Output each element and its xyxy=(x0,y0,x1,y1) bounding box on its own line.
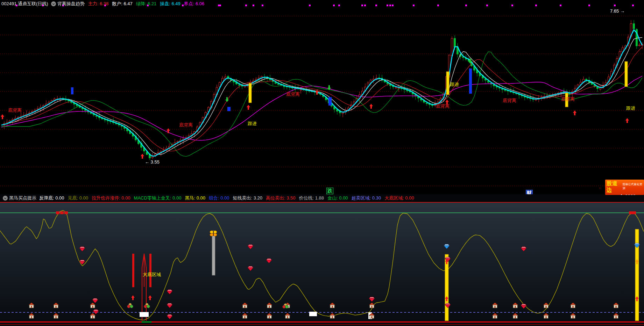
house-icon xyxy=(512,313,518,318)
sub-buy-arrow xyxy=(131,295,135,300)
buy-arrow xyxy=(625,118,629,123)
candle-body xyxy=(586,79,587,80)
sub-value-1: 见底: 0.00 xyxy=(68,195,89,201)
sub-buy-arrow xyxy=(148,295,152,300)
candle-body xyxy=(633,24,635,29)
chart-annotation: 底背离 xyxy=(436,103,450,109)
ma-green xyxy=(1,52,642,157)
main-indicator-name[interactable]: 背离操盘趋势 xyxy=(57,1,85,7)
candle-body xyxy=(639,45,641,46)
house-icon xyxy=(369,303,375,308)
sub-annotation: 大底区域 xyxy=(143,272,161,277)
watermark-dots: .. xyxy=(599,184,601,189)
gem-icon xyxy=(266,259,272,263)
house-icon xyxy=(543,313,549,318)
house-icon xyxy=(267,313,272,318)
chart-annotation: 底背离 xyxy=(503,98,516,103)
gem-icon xyxy=(79,247,85,251)
gem-icon xyxy=(167,290,172,294)
chart-annotation: 底背离 xyxy=(561,96,575,102)
chart-annotation: 底背离 xyxy=(8,108,22,113)
gem-icon xyxy=(167,303,172,308)
house-icon xyxy=(330,313,335,318)
gem-icon xyxy=(92,298,98,303)
house-icon xyxy=(242,303,248,308)
gem-icon xyxy=(521,247,526,251)
white-block xyxy=(140,312,149,317)
bottom-line-2 xyxy=(0,324,644,325)
price-label: ← 3.55 xyxy=(145,159,160,165)
title-bar: 002491 通鼎互联(日线) 背离操盘趋势 主力: 6.38散户: 6.47绿… xyxy=(0,0,644,8)
sub-value-5: 组合: 0.00 xyxy=(209,195,229,201)
candle-body xyxy=(239,85,240,85)
gem-icon xyxy=(634,243,640,248)
candle-body xyxy=(283,86,285,87)
signal-bar-blue xyxy=(227,107,231,111)
red-signal-bar xyxy=(149,254,151,287)
signal-bar-yellow xyxy=(625,61,628,87)
house-icon xyxy=(29,303,34,308)
watermark-brand: 股道边 xyxy=(607,180,622,194)
bottom-line xyxy=(0,321,644,323)
trading-app-window: 底背离底背离底背离底背离底背离底背离跟进跟进跟进7.65 →← 3.55 大底区… xyxy=(0,0,644,326)
buy-arrow xyxy=(315,90,319,95)
top-line-marker xyxy=(632,211,636,214)
house-icon xyxy=(492,313,498,318)
top-line-marker xyxy=(56,211,59,214)
sub-value-7: 高位卖出: 3.50 xyxy=(266,195,296,201)
candle-body xyxy=(225,77,226,79)
red-signal-bar xyxy=(132,254,134,287)
house-icon xyxy=(492,303,498,308)
sub-chart-canvas[interactable]: 大底区域 xyxy=(0,203,644,326)
main-chart-pane[interactable]: 底背离底背离底背离底背离底背离底背离跟进跟进跟进7.65 →← 3.55 xyxy=(0,0,644,194)
sub-indicator-values: 反弹底: 0.00见底: 0.00拉升也许涨停: 0.00MACD零轴上金叉: … xyxy=(39,195,418,201)
die-badge: 跌 xyxy=(326,188,333,194)
gem-icon xyxy=(93,310,99,314)
signal-bar-yellow xyxy=(249,83,252,103)
house-icon xyxy=(285,313,290,318)
house-icon xyxy=(613,303,619,308)
ma-red xyxy=(1,47,642,151)
sub-value-8: 价位线: 1.88 xyxy=(299,195,324,201)
buy-arrow xyxy=(369,104,373,109)
sub-value-6: 短线卖出: 3.20 xyxy=(233,195,262,201)
white-block xyxy=(309,312,317,316)
sub-value-0: 反弹底: 0.00 xyxy=(39,195,64,201)
watermark-ad: 股道边 指标公式量化资源 www.de6688.com xyxy=(605,180,644,195)
candle-body xyxy=(300,89,302,90)
main-chart-canvas[interactable]: 底背离底背离底背离底背离底背离底背离跟进跟进跟进7.65 →← 3.55 xyxy=(0,0,644,194)
sub-value-10: 超卖区域: 0.30 xyxy=(352,195,381,201)
gem-icon xyxy=(521,304,526,309)
collapse-chevron-icon[interactable] xyxy=(51,1,56,6)
gem-icon xyxy=(444,244,450,249)
candle-body xyxy=(432,105,433,106)
house-icon xyxy=(242,313,248,318)
house-icon xyxy=(613,313,619,318)
cherry-icon xyxy=(144,303,150,308)
title-value-0: 主力: 6.38 xyxy=(88,1,109,6)
gem-icon xyxy=(167,314,172,319)
buy-arrow xyxy=(1,114,4,119)
chart-annotation: 跟进 xyxy=(450,82,459,87)
sub-chart-pane[interactable]: 大底区域 xyxy=(0,203,644,326)
sub-indicator-header: 黑马买点提示 反弹底: 0.00见底: 0.00拉升也许涨停: 0.00MACD… xyxy=(0,194,644,203)
title-value-4: 界点: 6.06 xyxy=(184,1,205,6)
sub-value-2: 拉升也许涨停: 0.00 xyxy=(92,195,130,201)
price-label: 7.65 → xyxy=(610,8,625,14)
sub-indicator-name[interactable]: 黑马买点提示 xyxy=(9,195,36,201)
sub-value-9: 金山: 0.00 xyxy=(327,195,348,201)
title-value-1: 散户: 6.47 xyxy=(112,1,133,6)
stock-title: 002491 通鼎互联(日线) xyxy=(1,1,48,7)
chart-annotation: 底背离 xyxy=(179,122,193,128)
candle-body xyxy=(157,153,159,153)
top-line-marker xyxy=(64,211,68,214)
gray-pole xyxy=(212,231,215,275)
gem-icon xyxy=(248,266,253,271)
yellow-signal-bar xyxy=(635,229,639,321)
buy-arrow xyxy=(247,105,250,110)
house-icon xyxy=(570,303,576,308)
title-value-3: 操盘: 6.49 xyxy=(160,1,181,6)
house-icon xyxy=(90,313,95,318)
sub-collapse-chevron-icon[interactable] xyxy=(3,196,8,201)
chart-annotation: 跟进 xyxy=(626,106,635,111)
